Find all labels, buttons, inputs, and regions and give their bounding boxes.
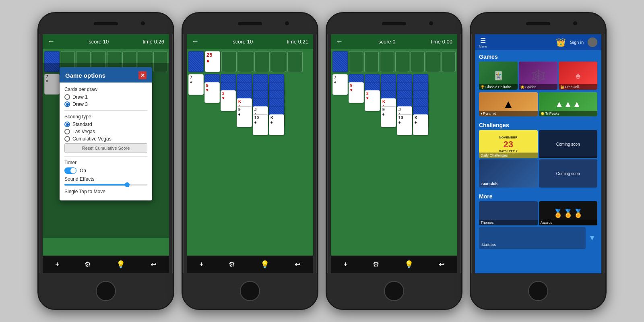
themes-label: Themes (479, 220, 538, 225)
spider-thumb[interactable]: 🕸️ 🌟 Spider (519, 62, 557, 90)
hamburger-icon[interactable]: ☰ (480, 37, 486, 44)
awards-name: Awards (541, 221, 553, 225)
cumulative-option[interactable]: Cumulative Vegas (64, 136, 147, 142)
timer-toggle[interactable] (64, 167, 76, 174)
game-area-2: 25 ♦ 7♠ (187, 49, 313, 256)
hint-button-1[interactable]: 💡 (116, 260, 125, 269)
card-10s[interactable]: 10♠ (253, 114, 268, 135)
game-area-3: 7♠ 9♥ 3♥ (331, 49, 457, 256)
home-button-1[interactable] (96, 281, 116, 301)
draw1-radio[interactable] (64, 94, 70, 100)
game-toolbar-2: + ⚙ 💡 ↩ (187, 256, 313, 273)
add-button-1[interactable]: + (55, 260, 60, 269)
camera-2 (285, 21, 289, 25)
challenges-grid: NOVEMBER 23 DAYS LEFT: 7 Daily Challenge… (475, 130, 601, 190)
freecell-name: FreeCell (565, 85, 579, 89)
coming-soon-label-1: Coming soon (556, 142, 580, 147)
t3-7s[interactable]: 7♠ (332, 74, 348, 95)
las-vegas-radio[interactable] (64, 129, 70, 134)
home-button-4[interactable] (528, 281, 548, 301)
cumulative-radio[interactable] (64, 136, 70, 142)
stock-deck-2[interactable] (188, 51, 204, 72)
add-button-3[interactable]: + (343, 260, 348, 269)
tripeaks-label: 🌟 TriPeaks (539, 111, 598, 116)
card-9h[interactable]: 9♥ (204, 82, 220, 103)
themes-thumb[interactable]: Themes (479, 201, 538, 225)
hint-button-2[interactable]: 💡 (260, 260, 269, 269)
awards-thumb[interactable]: 🏅🏅🏅 Awards (539, 201, 598, 225)
score-1: score 10 (89, 39, 109, 45)
win-header-icons: 👑 Sign in (556, 37, 597, 47)
standard-option[interactable]: Standard (64, 122, 147, 127)
add-button-2[interactable]: + (199, 260, 204, 269)
standard-label: Standard (72, 122, 92, 127)
classic-solitaire-thumb[interactable]: 🃏 🏆 Classic Solitaire (479, 62, 518, 90)
home-button-2[interactable] (240, 281, 260, 301)
draw3-option[interactable]: Draw 3 (64, 101, 147, 107)
waste-top-2[interactable]: 25 ♦ (205, 51, 220, 72)
speaker-2 (238, 22, 262, 25)
phone-bottom-1 (39, 273, 173, 309)
sound-slider[interactable] (64, 184, 147, 186)
t3-3h[interactable]: 3♥ (365, 90, 380, 111)
t3-ks[interactable]: K♠ (413, 114, 428, 135)
card-7s[interactable]: 7♠ (188, 74, 204, 95)
statistics-thumb[interactable]: Statistics (479, 227, 586, 249)
undo-button-1[interactable]: ↩ (151, 260, 157, 269)
speaker-3 (382, 22, 406, 25)
sign-in-button[interactable]: Sign in (570, 40, 584, 45)
settings-button-3[interactable]: ⚙ (373, 260, 379, 269)
las-vegas-option[interactable]: Las Vegas (64, 129, 147, 134)
tableau-col-2-3: 3♥ (221, 74, 236, 111)
f3-5 (426, 51, 440, 72)
options-title-bar: Game options ✕ (60, 67, 152, 83)
camera-1 (141, 21, 145, 25)
coming-soon-sublabel (539, 157, 598, 158)
t3-9s[interactable]: 9♠ (381, 106, 396, 127)
draw1-label: Draw 1 (72, 94, 88, 100)
draw3-radio[interactable] (64, 101, 70, 107)
card-k2[interactable]: K♠ (269, 114, 284, 135)
freecell-thumb[interactable]: ♠ 👑 FreeCell (559, 62, 597, 90)
f3-4 (411, 51, 425, 72)
timer-on-label: On (80, 168, 86, 173)
stock-deck-3[interactable] (332, 51, 348, 72)
undo-button-3[interactable]: ↩ (439, 260, 445, 269)
card-3h[interactable]: 3♥ (221, 90, 236, 111)
classic-label: 🏆 Classic Solitaire (479, 84, 518, 90)
spider-label: 🌟 Spider (519, 84, 557, 90)
t3-9h[interactable]: 9♥ (349, 82, 364, 103)
t3-10s[interactable]: 10♠ (397, 114, 412, 135)
home-button-3[interactable] (384, 281, 404, 301)
found-2-1 (221, 51, 237, 72)
pyramid-name: Pyramid (483, 111, 496, 116)
pyramid-thumb[interactable]: ▲ ♦ Pyramid (479, 92, 538, 116)
back-button-3[interactable]: ← (336, 37, 343, 46)
back-button-1[interactable]: ← (47, 37, 55, 46)
card-9s[interactable]: 9♠ (237, 106, 252, 127)
options-body: Cards per draw Draw 1 Draw 3 Scoring typ… (60, 83, 152, 200)
daily-challenges-thumb[interactable]: NOVEMBER 23 DAYS LEFT: 7 Daily Challenge… (479, 130, 538, 158)
undo-button-2[interactable]: ↩ (295, 260, 301, 269)
tripeaks-thumb[interactable]: ▲▲▲ 🌟 TriPeaks (539, 92, 598, 116)
games-grid: 🃏 🏆 Classic Solitaire 🕸️ 🌟 Spider (475, 62, 601, 92)
themes-name: Themes (481, 221, 494, 225)
win-screen-4: ☰ Menu 👑 Sign in Games 🃏 🏆 Classic Solit… (475, 34, 601, 273)
avatar-icon[interactable] (588, 37, 597, 47)
hint-button-3[interactable]: 💡 (405, 260, 413, 269)
settings-button-1[interactable]: ⚙ (85, 260, 91, 269)
close-dialog-button[interactable]: ✕ (138, 71, 147, 79)
dialog-title: Game options (65, 72, 105, 79)
standard-radio[interactable] (64, 122, 70, 127)
las-vegas-label: Las Vegas (72, 129, 95, 134)
settings-button-2[interactable]: ⚙ (229, 260, 235, 269)
scroll-down-arrow[interactable]: ▼ (587, 234, 597, 242)
slider-thumb[interactable] (125, 182, 130, 187)
reset-cumulative-button[interactable]: Reset Cumulative Score (64, 143, 147, 153)
timer-section-label: Timer (64, 160, 147, 165)
phone-2: ← score 10 time 0:21 25 ♦ (182, 12, 318, 310)
phone-1: ← score 10 time 0:26 7♠ (37, 12, 174, 310)
back-button-2[interactable]: ← (192, 37, 199, 46)
star-club-thumb[interactable]: Star Club (479, 159, 538, 188)
draw1-option[interactable]: Draw 1 (64, 94, 147, 100)
